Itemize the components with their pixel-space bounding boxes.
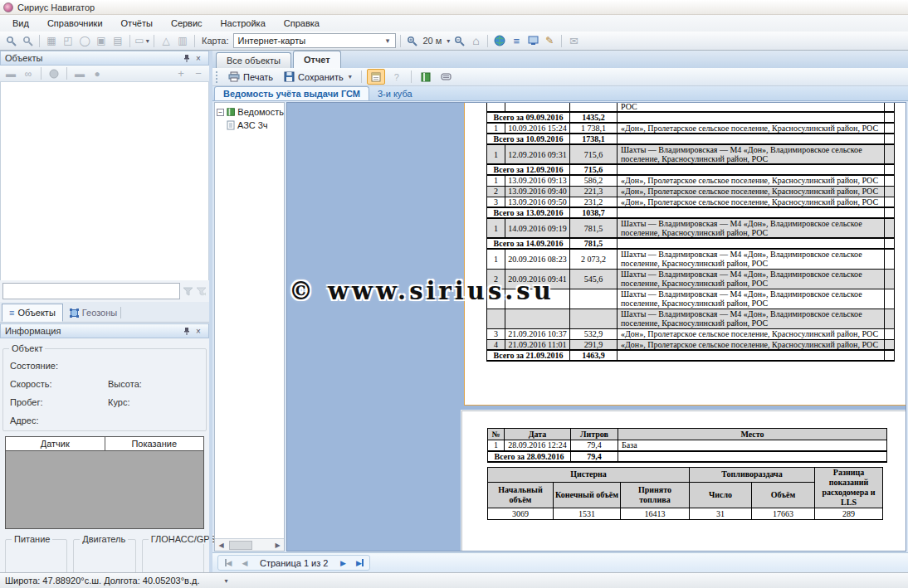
layers-icon[interactable]: ▭▾ xyxy=(134,33,149,48)
menu-reports[interactable]: Отчёты xyxy=(112,16,162,31)
watermark: © www.sirius.su xyxy=(289,277,554,305)
help-button[interactable]: ? xyxy=(388,69,406,85)
export-icon xyxy=(441,72,452,81)
sensor-table-header: Датчик Показание xyxy=(6,437,203,451)
report-view-button[interactable] xyxy=(417,69,435,85)
collapse-all-icon[interactable]: − xyxy=(191,66,206,81)
tab-3i-kuba[interactable]: 3-и куба xyxy=(369,86,421,100)
tab-objects[interactable]: ≡ Объекты xyxy=(2,304,63,322)
table-row: Всего за 12.09.2016 715,6 xyxy=(487,164,895,175)
menu-settings[interactable]: Настройка xyxy=(212,16,275,31)
toolbar-separator xyxy=(129,35,130,47)
stamp-icon[interactable]: ▥ xyxy=(175,33,190,48)
filter-input[interactable] xyxy=(2,283,180,299)
scroll-thumb[interactable] xyxy=(229,541,252,550)
message-icon[interactable]: ✉ xyxy=(566,33,581,48)
search-icon[interactable] xyxy=(20,33,35,48)
next-page-button[interactable]: ▶ xyxy=(334,556,351,570)
menu-directories[interactable]: Справочники xyxy=(38,16,112,31)
track-icon[interactable] xyxy=(3,33,18,48)
map-tool-icon-1[interactable]: ▦ xyxy=(44,33,59,48)
power-group-title: Питание xyxy=(12,534,52,544)
first-page-button[interactable]: ◀ xyxy=(220,556,237,570)
objects-list[interactable] xyxy=(0,82,209,280)
tab-geozones[interactable]: Геозоны xyxy=(63,304,128,322)
summary-table: Цистерна Топливораздача Разница показани… xyxy=(487,467,883,520)
pager-controls: ◀ ◀ Страница 1 из 2 ▶ ▶ xyxy=(217,555,370,571)
link-icon[interactable]: ∞ xyxy=(21,66,36,81)
tab-report[interactable]: Отчет xyxy=(293,51,341,68)
info-body: Объект Состояние: Скорость: Высота: Проб… xyxy=(0,338,209,582)
print-button[interactable]: Печать xyxy=(224,69,277,85)
menu-help[interactable]: Справка xyxy=(275,16,329,31)
reading-col-header: Показание xyxy=(105,437,204,450)
save-button[interactable]: Сохранить ▾ xyxy=(280,69,356,85)
map-tool-icon-4[interactable]: ▣ xyxy=(94,33,109,48)
tree-item-azs[interactable]: АЗС 3ч xyxy=(217,119,284,132)
mileage-label: Пробег: xyxy=(10,397,108,407)
filter-apply-icon[interactable] xyxy=(183,287,193,296)
menu-view[interactable]: Вид xyxy=(3,16,38,31)
menu-service[interactable]: Сервис xyxy=(162,16,212,31)
object-list-icon[interactable]: ≡ xyxy=(509,33,524,48)
tab-all-objects[interactable]: Все объекты xyxy=(216,52,291,68)
status-caret-icon[interactable]: ▾ xyxy=(224,577,227,585)
scroll-right-icon[interactable]: ▶ xyxy=(271,539,284,551)
prev-page-button[interactable]: ◀ xyxy=(237,556,253,570)
globe-gray-icon[interactable] xyxy=(46,66,61,81)
export-button[interactable] xyxy=(437,69,456,85)
notepad-icon[interactable]: ✎ xyxy=(542,33,557,48)
list-icon: ≡ xyxy=(9,308,14,318)
tree-expander-icon[interactable]: − xyxy=(217,109,224,116)
zoom-out-icon[interactable] xyxy=(452,33,466,48)
pager-bar: ◀ ◀ Страница 1 из 2 ▶ ▶ xyxy=(212,552,908,572)
filter-clear-icon[interactable] xyxy=(196,287,207,296)
map-tool-icon-2[interactable]: ◰ xyxy=(61,33,76,48)
tree-hscrollbar[interactable]: ◀ ▶ xyxy=(215,538,284,551)
fuel-issue-table: РОС Всего за 09.09.2016 1435,2 1 10.09.2… xyxy=(486,102,895,362)
tab-vedomost[interactable]: Ведомость учёта выдачи ГСМ xyxy=(214,86,369,100)
last-page-button[interactable]: ▶ xyxy=(351,556,368,570)
sensor-table-body xyxy=(6,451,203,528)
table-row: 1 28.09.2016 12:24 79,4 База xyxy=(488,440,887,451)
zoom-caret-icon[interactable]: ▾ xyxy=(447,37,450,45)
sidebar-tabs: ≡ Объекты Геозоны xyxy=(0,302,209,323)
table-row: 3 13.09.2016 09:50 231,2 «Дон», Пролетар… xyxy=(487,197,895,207)
ruler-icon[interactable]: △ xyxy=(159,33,173,48)
book-icon xyxy=(421,72,431,82)
zoom-level[interactable]: 20 м xyxy=(423,36,442,46)
report-viewer: © www.sirius.su РОС Всего за 09.09.2016 … xyxy=(286,102,906,552)
toolbar-grip[interactable] xyxy=(216,71,219,83)
app-icon xyxy=(3,2,13,12)
object-groupbox: Объект Состояние: Скорость: Высота: Проб… xyxy=(2,348,207,431)
chevron-down-icon[interactable]: ▾ xyxy=(383,35,393,46)
pin-icon[interactable] xyxy=(181,325,193,337)
map-tool-icon-3[interactable]: ◯ xyxy=(77,33,92,48)
map-tool-icon-5[interactable]: ▤ xyxy=(110,33,125,48)
vehicle-group-icon[interactable]: ▬ xyxy=(3,66,18,81)
home-icon[interactable]: ⌂ xyxy=(468,33,483,48)
tree-item-vedomost[interactable]: − Ведомость xyxy=(217,105,284,119)
table-row: Всего за 14.09.2016 781,5 xyxy=(487,238,895,249)
sphere-icon[interactable]: ● xyxy=(90,66,105,81)
globe-icon[interactable] xyxy=(492,33,507,48)
truck-icon[interactable]: ▬ xyxy=(72,66,87,81)
expand-all-icon[interactable]: + xyxy=(173,66,188,81)
sensor-col-header: Датчик xyxy=(6,437,105,450)
toolbar-separator xyxy=(361,70,362,83)
toggle-parameters-button[interactable] xyxy=(367,69,385,85)
title-bar: Сириус Навигатор xyxy=(0,0,908,15)
zoom-in-icon[interactable] xyxy=(405,33,420,48)
table-row: 1 20.09.2016 08:23 2 073,2 Шахты — Влади… xyxy=(487,249,895,269)
monitoring-icon[interactable] xyxy=(525,33,540,48)
state-label: Состояние: xyxy=(10,361,108,371)
scroll-left-icon[interactable]: ◀ xyxy=(215,539,227,551)
close-icon[interactable]: × xyxy=(193,52,204,64)
glonass-group-title: ГЛОНАСС/GPS xyxy=(149,534,218,544)
toolbar-separator xyxy=(400,35,401,47)
save-caret-icon[interactable]: ▾ xyxy=(349,73,352,80)
pin-icon[interactable] xyxy=(181,52,193,64)
toolbar-separator xyxy=(154,35,154,47)
close-icon[interactable]: × xyxy=(193,325,204,337)
map-select[interactable]: Интернет-карты ▾ xyxy=(233,33,396,48)
